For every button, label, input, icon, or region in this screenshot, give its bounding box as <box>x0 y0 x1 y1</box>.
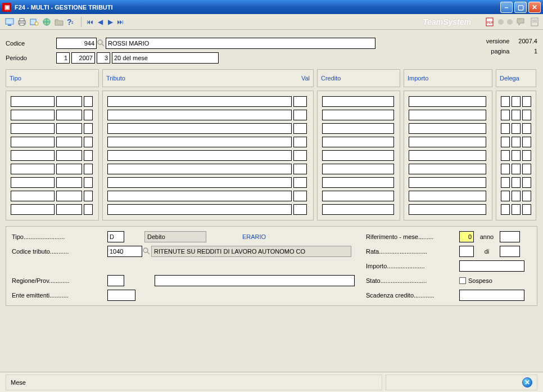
grid-cell[interactable] <box>322 191 394 201</box>
codtrib-input[interactable] <box>107 246 142 257</box>
grid-cell[interactable] <box>293 204 307 215</box>
grid-cell[interactable] <box>107 96 292 107</box>
periodo-desc-input[interactable] <box>112 52 219 64</box>
regione-input[interactable] <box>107 275 124 286</box>
grid-cell[interactable] <box>409 123 486 134</box>
ente-input[interactable] <box>107 290 135 301</box>
grid-cell[interactable] <box>501 137 510 147</box>
nome-input[interactable] <box>106 38 375 49</box>
grid-cell[interactable] <box>293 164 307 174</box>
grid-cell[interactable] <box>84 150 93 161</box>
grid-cell[interactable] <box>293 137 307 147</box>
grid-cell[interactable] <box>84 191 93 201</box>
grid-cell[interactable] <box>512 204 521 215</box>
grid-cell[interactable] <box>11 137 55 147</box>
grid-cell[interactable] <box>501 150 510 161</box>
grid-cell[interactable] <box>11 177 55 188</box>
print-icon[interactable] <box>17 17 27 27</box>
grid-cell[interactable] <box>322 177 394 188</box>
lookup-icon[interactable] <box>142 246 151 257</box>
grid-cell[interactable] <box>409 204 486 215</box>
help-icon[interactable]: ?₂ <box>66 17 76 27</box>
rif-mese-input[interactable] <box>459 231 474 242</box>
grid-cell[interactable] <box>84 110 93 120</box>
grid-cell[interactable] <box>56 150 82 161</box>
grid-cell[interactable] <box>11 164 55 174</box>
grid-cell[interactable] <box>107 110 292 120</box>
grid-cell[interactable] <box>322 123 394 134</box>
grid-cell[interactable] <box>512 110 521 120</box>
grid-cell[interactable] <box>322 137 394 147</box>
grid-cell[interactable] <box>501 191 510 201</box>
grid-cell[interactable] <box>409 177 486 188</box>
scad-input[interactable] <box>459 290 524 301</box>
pdf-icon[interactable]: PDF <box>485 17 495 27</box>
nav-next-icon[interactable]: ▶ <box>106 18 114 26</box>
grid-cell[interactable] <box>409 191 486 201</box>
grid-cell[interactable] <box>107 177 292 188</box>
grid-cell[interactable] <box>512 191 521 201</box>
grid-cell[interactable] <box>409 137 486 147</box>
grid-cell[interactable] <box>409 110 486 120</box>
grid-cell[interactable] <box>501 164 510 174</box>
grid-cell[interactable] <box>56 204 82 215</box>
grid-cell[interactable] <box>84 177 93 188</box>
grid-cell[interactable] <box>522 191 531 201</box>
grid-cell[interactable] <box>293 96 307 107</box>
grid-cell[interactable] <box>522 164 531 174</box>
grid-cell[interactable] <box>409 150 486 161</box>
grid-cell[interactable] <box>522 150 531 161</box>
grid-cell[interactable] <box>512 177 521 188</box>
grid-cell[interactable] <box>293 123 307 134</box>
grid-cell[interactable] <box>84 137 93 147</box>
grid-cell[interactable] <box>56 177 82 188</box>
grid-cell[interactable] <box>84 123 93 134</box>
grid-cell[interactable] <box>56 191 82 201</box>
grid-cell[interactable] <box>522 96 531 107</box>
grid-cell[interactable] <box>409 164 486 174</box>
grid-cell[interactable] <box>107 137 292 147</box>
grid-cell[interactable] <box>501 110 510 120</box>
grid-cell[interactable] <box>107 164 292 174</box>
nav-prev-icon[interactable]: ◀ <box>96 18 104 26</box>
tools-icon[interactable] <box>29 17 39 27</box>
grid-cell[interactable] <box>522 204 531 215</box>
grid-cell[interactable] <box>11 191 55 201</box>
grid-cell[interactable] <box>56 110 82 120</box>
grid-cell[interactable] <box>522 110 531 120</box>
grid-cell[interactable] <box>56 96 82 107</box>
status-close-icon[interactable]: ✕ <box>522 377 532 388</box>
grid-cell[interactable] <box>512 150 521 161</box>
grid-cell[interactable] <box>84 204 93 215</box>
rata-input[interactable] <box>459 246 474 257</box>
globe-icon[interactable] <box>42 17 52 27</box>
lookup-icon[interactable] <box>97 38 106 49</box>
grid-cell[interactable] <box>512 164 521 174</box>
nav-last-icon[interactable]: ⏭ <box>116 18 124 26</box>
grid-cell[interactable] <box>11 123 55 134</box>
detail-tipo-input[interactable] <box>107 231 124 242</box>
grid-cell[interactable] <box>56 164 82 174</box>
grid-cell[interactable] <box>107 191 292 201</box>
grid-cell[interactable] <box>322 150 394 161</box>
grid-cell[interactable] <box>107 123 292 134</box>
grid-cell[interactable] <box>293 110 307 120</box>
grid-cell[interactable] <box>293 177 307 188</box>
grid-cell[interactable] <box>56 123 82 134</box>
screen-icon[interactable] <box>4 17 15 27</box>
grid-cell[interactable] <box>107 150 292 161</box>
grid-cell[interactable] <box>84 96 93 107</box>
grid-cell[interactable] <box>501 96 510 107</box>
maximize-button[interactable]: ▢ <box>514 2 527 13</box>
grid-cell[interactable] <box>512 123 521 134</box>
grid-cell[interactable] <box>409 96 486 107</box>
grid-cell[interactable] <box>501 123 510 134</box>
grid-cell[interactable] <box>501 204 510 215</box>
periodo-b-input[interactable] <box>71 52 95 64</box>
minimize-button[interactable]: – <box>500 2 513 13</box>
grid-cell[interactable] <box>11 96 55 107</box>
sospeso-checkbox[interactable]: Sospeso <box>459 277 492 284</box>
codice-input[interactable] <box>56 38 97 49</box>
grid-cell[interactable] <box>11 150 55 161</box>
grid-cell[interactable] <box>56 137 82 147</box>
